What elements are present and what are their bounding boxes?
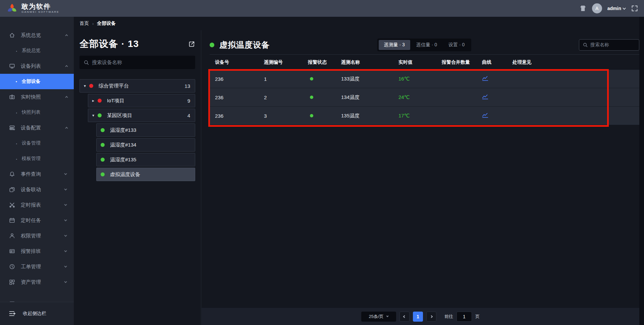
breadcrumb: 首页 › 全部设备 — [74, 17, 644, 30]
prev-page-button[interactable] — [399, 312, 410, 322]
tree-node-count: 13 — [184, 83, 190, 89]
ganwei-logo-icon — [6, 3, 18, 14]
sidebar-item-device-linkage[interactable]: 设备联动 — [0, 182, 74, 197]
sidebar-item-label: 事件查询 — [21, 171, 41, 177]
sidebar-item-label: 定时报表 — [21, 202, 41, 208]
sidebar-item-device-list[interactable]: 设备列表 — [0, 58, 74, 74]
tree-node-label: 虚拟温度设备 — [110, 171, 140, 178]
brand-name-en: GANWEI SOFTWARE — [21, 11, 59, 13]
linkage-icon — [9, 186, 15, 193]
sidebar-item-realtime-snapshot[interactable]: 实时快照 — [0, 89, 74, 105]
curve-chart-icon[interactable] — [482, 112, 488, 118]
tree-node-label: 综合管理平台 — [99, 83, 129, 89]
next-page-button[interactable] — [426, 312, 436, 322]
col-alarm-status: 报警状态 — [303, 59, 336, 65]
table-row[interactable]: 236 3 135温度 17℃ — [210, 107, 639, 125]
tree-node-virtual-temp-device[interactable]: 虚拟温度设备 — [96, 168, 195, 181]
sidebar-item-permission-management[interactable]: 权限管理 — [0, 228, 74, 243]
calendar-icon — [9, 217, 15, 223]
sidebar-item-clipped[interactable]: ▂▂▂ — [0, 296, 74, 302]
sidebar-item-label: 设备联动 — [21, 186, 41, 193]
bullet-icon — [15, 47, 22, 55]
cell-realtime-value: 16℃ — [393, 76, 436, 82]
collapse-sidebar-button[interactable]: 收起侧边栏 — [0, 302, 74, 325]
page-title: 虚拟温度设备 — [219, 40, 270, 50]
chevron-down-icon — [64, 203, 67, 206]
external-link-icon[interactable] — [188, 41, 195, 48]
sidebar-item-label: 报警排班 — [21, 248, 41, 255]
col-telemetry-no: 遥测编号 — [259, 59, 303, 65]
chevron-down-icon — [386, 315, 388, 317]
cell-telemetry-no: 2 — [259, 95, 303, 100]
caret-down-icon[interactable]: ▾ — [92, 113, 98, 118]
sidebar-item-asset-management[interactable]: 资产管理 — [0, 274, 74, 290]
user-menu[interactable]: admin — [607, 6, 626, 11]
caret-down-icon[interactable]: ▾ — [84, 84, 89, 88]
device-panel-title: 全部设备 · 13 — [79, 38, 139, 50]
search-placeholder: 搜索设备名称 — [92, 59, 122, 66]
page-size-select[interactable]: 25条/页 — [361, 312, 396, 322]
theme-shirt-icon[interactable] — [579, 5, 587, 12]
sidebar-item-work-order[interactable]: 工单管理 — [0, 259, 74, 274]
chevron-right-icon — [430, 315, 433, 318]
status-dot-green — [101, 143, 105, 147]
tree-node-park-project[interactable]: ▾ 某园区项目 4 — [88, 109, 195, 122]
brand-name-cn: 敢为软件 — [21, 3, 59, 10]
table-row[interactable]: 236 2 134温度 24℃ — [210, 88, 639, 107]
curve-chart-icon[interactable] — [482, 94, 488, 100]
sidebar-subitem-system-overview[interactable]: 系统总览 — [0, 43, 74, 58]
caret-right-icon[interactable]: ▸ — [92, 98, 98, 103]
alarm-status-dot-green — [310, 77, 313, 80]
tab-group: 遥测量 · 3 遥信量 · 0 设置 · 0 — [377, 39, 472, 51]
sidebar-item-device-config[interactable]: 设备配置 — [0, 120, 74, 136]
tree-node-platform[interactable]: ▾ 综合管理平台 13 — [79, 79, 195, 93]
tab-telemetry[interactable]: 遥测量 · 3 — [379, 40, 410, 50]
sidebar-subitem-all-devices[interactable]: 全部设备 — [0, 74, 74, 89]
scrollbar-track[interactable] — [639, 17, 644, 325]
curve-chart-icon[interactable] — [482, 75, 488, 81]
sidebar-item-scheduled-task[interactable]: 定时任务 — [0, 213, 74, 228]
collapse-sidebar-label: 收起侧边栏 — [23, 311, 46, 317]
sidebar-item-event-query[interactable]: 事件查询 — [0, 166, 74, 182]
sidebar-item-alarm-shift[interactable]: 报警排班 — [0, 243, 74, 259]
sidebar-item-scheduled-report[interactable]: 定时报表 — [0, 197, 74, 213]
tab-settings[interactable]: 设置 · 0 — [443, 40, 470, 50]
sidebar-subitem-label: 设备管理 — [22, 140, 41, 146]
tree-node-sensor-134[interactable]: 温湿度#134 — [96, 138, 195, 152]
page-number-button[interactable]: 1 — [413, 312, 423, 322]
sidebar-subitem-template-management[interactable]: 模板管理 — [0, 151, 74, 166]
sidebar-item-system-overview[interactable]: 系统总览 — [0, 28, 74, 43]
page-size-value: 25条/页 — [369, 314, 383, 320]
avatar[interactable]: A — [592, 3, 602, 13]
bullet-icon — [15, 155, 22, 163]
sidebar-subitem-device-management[interactable]: 设备管理 — [0, 136, 74, 151]
bullet-icon — [15, 140, 22, 147]
tab-telesignal[interactable]: 遥信量 · 0 — [411, 40, 442, 50]
chevron-down-icon — [64, 218, 67, 221]
status-dot-red — [98, 99, 102, 103]
table-header-row: 设备号 遥测编号 报警状态 遥测名称 实时值 报警合并数量 曲线 处理意见 — [210, 54, 639, 70]
fullscreen-icon[interactable] — [631, 5, 638, 12]
tree-node-label: 温湿度#135 — [110, 157, 136, 163]
chevron-up-icon — [65, 96, 68, 99]
table-row[interactable]: 236 1 133温度 16℃ — [210, 70, 639, 88]
device-search-input[interactable]: 搜索设备名称 — [79, 56, 195, 69]
status-dot-green — [101, 158, 105, 162]
sidebar-item-label: 实时快照 — [21, 94, 41, 100]
status-dot-red — [89, 84, 93, 88]
cell-telemetry-name: 133温度 — [336, 76, 393, 82]
chevron-down-icon — [64, 187, 67, 190]
idcard-icon — [9, 248, 15, 254]
tree-node-iot-project[interactable]: ▸ IoT项目 9 — [88, 94, 195, 107]
col-merge-count: 报警合并数量 — [436, 59, 477, 65]
goto-page-input[interactable]: 1 — [457, 312, 472, 322]
search-placeholder: 搜索名称 — [590, 42, 609, 48]
name-search-input[interactable]: 搜索名称 — [579, 39, 639, 51]
breadcrumb-home[interactable]: 首页 — [79, 20, 89, 26]
cell-realtime-value: 17℃ — [393, 113, 436, 119]
chevron-up-icon — [65, 34, 68, 37]
telemetry-table: 设备号 遥测编号 报警状态 遥测名称 实时值 报警合并数量 曲线 处理意见 23… — [210, 54, 639, 125]
tree-node-sensor-133[interactable]: 温湿度#133 — [96, 123, 195, 137]
sidebar-subitem-snapshot-list[interactable]: 快照列表 — [0, 105, 74, 120]
tree-node-sensor-135[interactable]: 温湿度#135 — [96, 153, 195, 166]
